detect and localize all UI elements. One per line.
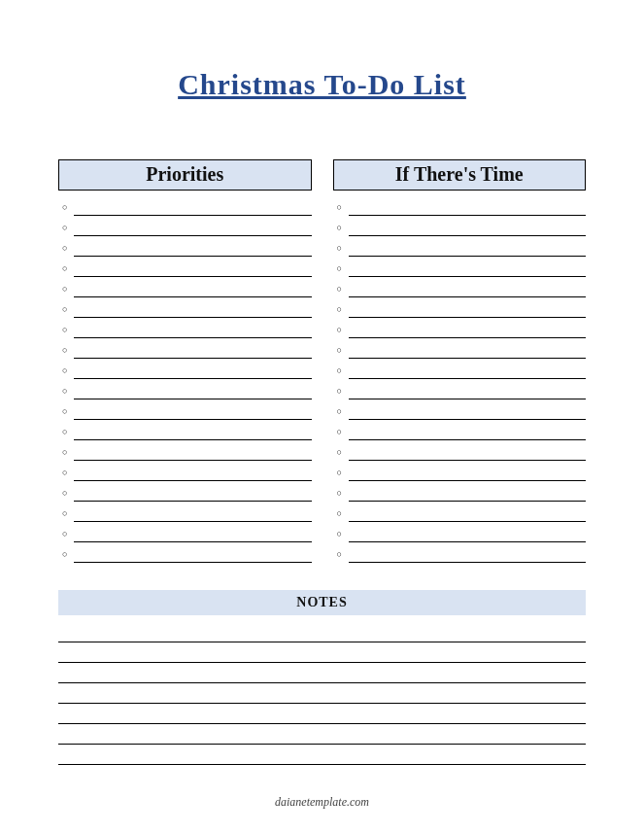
if-time-column: If There's Time ○○○○○○○○○○○○○○○○○○ — [333, 159, 587, 563]
bullet-icon: ○ — [62, 260, 74, 277]
write-line — [74, 504, 312, 522]
bullet-icon: ○ — [62, 300, 74, 318]
bullet-icon: ○ — [62, 239, 74, 257]
list-item: ○ — [337, 423, 587, 440]
note-line — [58, 727, 586, 745]
write-line — [74, 260, 312, 277]
write-line — [74, 300, 312, 318]
bullet-icon: ○ — [337, 198, 349, 216]
bullet-icon: ○ — [337, 280, 349, 297]
write-line — [349, 321, 587, 338]
bullet-icon: ○ — [337, 362, 349, 379]
if-time-header: If There's Time — [333, 159, 587, 191]
write-line — [349, 545, 587, 563]
list-item: ○ — [62, 239, 312, 257]
bullet-icon: ○ — [62, 464, 74, 481]
bullet-icon: ○ — [62, 443, 74, 461]
write-line — [74, 219, 312, 236]
list-item: ○ — [62, 402, 312, 420]
write-line — [349, 198, 587, 216]
bullet-icon: ○ — [62, 382, 74, 399]
list-item: ○ — [337, 341, 587, 359]
list-item: ○ — [62, 423, 312, 440]
bullet-icon: ○ — [337, 239, 349, 257]
bullet-icon: ○ — [337, 382, 349, 399]
write-line — [349, 280, 587, 297]
write-line — [74, 280, 312, 297]
columns-container: Priorities ○○○○○○○○○○○○○○○○○○ If There's… — [58, 159, 586, 563]
write-line — [74, 484, 312, 502]
bullet-icon: ○ — [337, 464, 349, 481]
list-item: ○ — [337, 219, 587, 236]
list-item: ○ — [62, 525, 312, 542]
bullet-icon: ○ — [62, 362, 74, 379]
bullet-icon: ○ — [337, 300, 349, 318]
write-line — [349, 382, 587, 399]
list-item: ○ — [62, 260, 312, 277]
write-line — [349, 525, 587, 542]
bullet-icon: ○ — [337, 504, 349, 522]
bullet-icon: ○ — [337, 423, 349, 440]
list-item: ○ — [337, 525, 587, 542]
bullet-icon: ○ — [62, 198, 74, 216]
note-line — [58, 645, 586, 663]
bullet-icon: ○ — [62, 341, 74, 359]
write-line — [74, 382, 312, 399]
list-item: ○ — [337, 545, 587, 563]
write-line — [349, 239, 587, 257]
list-item: ○ — [337, 198, 587, 216]
list-item: ○ — [62, 341, 312, 359]
note-line — [58, 707, 586, 724]
list-item: ○ — [62, 300, 312, 318]
bullet-icon: ○ — [337, 219, 349, 236]
bullet-icon: ○ — [337, 484, 349, 502]
write-line — [349, 341, 587, 359]
list-item: ○ — [62, 504, 312, 522]
bullet-icon: ○ — [62, 280, 74, 297]
bullet-icon: ○ — [62, 504, 74, 522]
write-line — [349, 484, 587, 502]
bullet-icon: ○ — [337, 402, 349, 420]
list-item: ○ — [337, 443, 587, 461]
list-item: ○ — [337, 402, 587, 420]
bullet-icon: ○ — [337, 525, 349, 542]
bullet-icon: ○ — [62, 423, 74, 440]
list-item: ○ — [62, 382, 312, 399]
bullet-icon: ○ — [62, 219, 74, 236]
list-item: ○ — [337, 464, 587, 481]
list-item: ○ — [62, 545, 312, 563]
bullet-icon: ○ — [62, 484, 74, 502]
list-item: ○ — [337, 239, 587, 257]
write-line — [349, 504, 587, 522]
write-line — [349, 402, 587, 420]
list-item: ○ — [337, 484, 587, 502]
write-line — [349, 464, 587, 481]
bullet-icon: ○ — [337, 545, 349, 563]
write-line — [74, 545, 312, 563]
bullet-icon: ○ — [337, 443, 349, 461]
write-line — [74, 423, 312, 440]
list-item: ○ — [337, 300, 587, 318]
notes-section: NOTES — [58, 590, 586, 765]
write-line — [74, 239, 312, 257]
note-line — [58, 747, 586, 765]
bullet-icon: ○ — [62, 321, 74, 338]
notes-lines — [58, 625, 586, 765]
list-item: ○ — [62, 280, 312, 297]
write-line — [74, 443, 312, 461]
list-item: ○ — [62, 219, 312, 236]
bullet-icon: ○ — [337, 260, 349, 277]
list-item: ○ — [62, 484, 312, 502]
list-item: ○ — [337, 504, 587, 522]
note-line — [58, 666, 586, 683]
list-item: ○ — [62, 362, 312, 379]
priorities-header: Priorities — [58, 159, 312, 191]
write-line — [74, 321, 312, 338]
priorities-list: ○○○○○○○○○○○○○○○○○○ — [58, 198, 312, 563]
list-item: ○ — [337, 260, 587, 277]
list-item: ○ — [337, 362, 587, 379]
list-item: ○ — [62, 321, 312, 338]
write-line — [349, 362, 587, 379]
note-line — [58, 625, 586, 642]
write-line — [349, 300, 587, 318]
